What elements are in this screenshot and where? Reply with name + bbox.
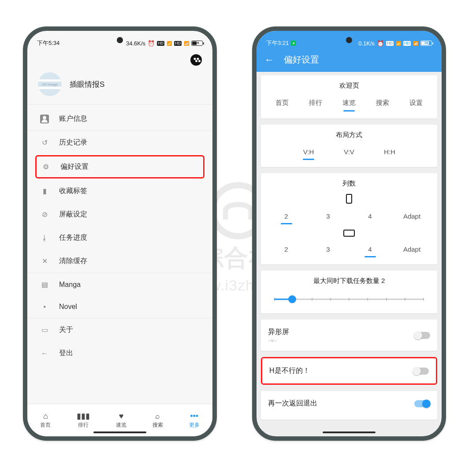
nav-label: 搜索 <box>152 421 163 429</box>
status-time: 下午5:34 <box>37 39 60 47</box>
cols-land-4[interactable]: 4 <box>360 243 381 257</box>
card-title: 布局方式 <box>265 131 433 139</box>
menu-label: 历史记录 <box>59 138 87 147</box>
nav-search[interactable]: ⌕ 搜索 <box>152 412 163 429</box>
cols-portrait-adapt[interactable]: Adapt <box>402 210 423 223</box>
hd-badge-icon: HD <box>157 41 164 46</box>
user-icon <box>40 115 49 123</box>
menu-label: 清除缓存 <box>59 257 87 266</box>
layout-opt-vh[interactable]: V:H <box>298 145 319 159</box>
slider-thumb[interactable] <box>288 295 296 303</box>
close-icon: ✕ <box>40 257 49 265</box>
menu-label: 关于 <box>59 325 73 335</box>
welcome-page-card: 欢迎页 首页 排行 速览 搜索 设置 <box>261 75 437 119</box>
settings-scroll[interactable]: 欢迎页 首页 排行 速览 搜索 设置 布局方式 V:H V:V H:H 列数 <box>257 72 442 420</box>
signal-icon: 📶 <box>413 41 418 46</box>
cols-portrait-3[interactable]: 3 <box>318 210 339 223</box>
card-title: 欢迎页 <box>265 82 433 90</box>
nav-more[interactable]: ••• 更多 <box>189 412 200 429</box>
history-icon: ↺ <box>40 138 49 147</box>
status-speed: 0.1K/s <box>358 40 375 47</box>
cols-portrait-2[interactable]: 2 <box>276 210 297 223</box>
welcome-opt-browse[interactable]: 速览 <box>338 96 360 111</box>
cols-portrait-4[interactable]: 4 <box>360 210 381 223</box>
columns-card: 列数 2 3 4 Adapt 2 3 4 Adapt <box>261 173 437 264</box>
signal-icon: 📶 <box>396 41 401 46</box>
switch-icon[interactable] <box>413 368 429 375</box>
toggle-label: 再一次返回退出 <box>268 399 317 408</box>
download-slider[interactable] <box>274 294 424 305</box>
welcome-opt-settings[interactable]: 设置 <box>405 96 427 111</box>
alarm-icon: ⏰ <box>377 40 384 47</box>
novel-icon: ▪ <box>40 303 49 311</box>
arrow-left-icon: ← <box>40 350 49 357</box>
status-speed: 34.6K/s <box>126 40 145 47</box>
card-title: 最大同时下载任务数量 2 <box>265 277 433 285</box>
menu-about[interactable]: ▭ 关于 <box>27 318 212 342</box>
signal-icon: 📶 <box>167 41 172 46</box>
menu-label: 屏蔽设定 <box>59 210 87 219</box>
toggle-label: H是不行的！ <box>269 366 310 376</box>
phone-left: 下午5:34 34.6K/s ⏰ HD 📶 HD 📶 45 nO image 插… <box>23 26 217 441</box>
wechat-icon: ✦ <box>291 41 296 46</box>
menu-bookmarks[interactable]: ▮ 收藏标签 <box>27 179 212 203</box>
cols-land-2[interactable]: 2 <box>276 243 297 257</box>
highlight-h-toggle: H是不行的！ <box>261 357 437 385</box>
nav-home[interactable]: ⌂ 首页 <box>40 412 51 429</box>
menu-account[interactable]: 账户信息 <box>27 107 212 131</box>
app-header <box>27 49 212 71</box>
layout-opt-vv[interactable]: V:V <box>338 145 360 159</box>
signal-icon: 📶 <box>184 41 189 46</box>
phone-right: 下午3:21 ✦ 0.1K/s ⏰ HD 📶 HD 📶 76 ← 偏好设置 <box>252 26 446 441</box>
theme-palette-icon[interactable] <box>190 54 202 66</box>
home-icon: ⌂ <box>43 412 48 420</box>
status-time: 下午3:21 <box>266 39 289 47</box>
welcome-opt-search[interactable]: 搜索 <box>372 96 393 111</box>
bottom-nav: ⌂ 首页 ▮▮▮ 排行 ♥ 速览 ⌕ 搜索 ••• 更多 <box>27 404 212 436</box>
chat-icon: ▭ <box>40 326 49 334</box>
toggle-back-exit[interactable]: 再一次返回退出 <box>261 391 437 420</box>
menu-tasks[interactable]: ⭳ 任务进度 <box>27 226 212 249</box>
nav-rank[interactable]: ▮▮▮ 排行 <box>77 412 90 429</box>
menu-block[interactable]: ⊘ 屏蔽设定 <box>27 203 212 226</box>
manga-icon: ▤ <box>40 280 49 289</box>
cols-land-3[interactable]: 3 <box>318 243 339 257</box>
welcome-opt-rank[interactable]: 排行 <box>305 96 326 111</box>
menu-list: 账户信息 ↺ 历史记录 ⚙ 偏好设置 ▮ 收藏标签 ⊘ 屏蔽设定 ⭳ <box>27 104 212 365</box>
chart-icon: ▮▮▮ <box>77 412 90 420</box>
battery-icon: 45 <box>191 41 203 46</box>
nav-label: 排行 <box>78 421 89 429</box>
back-arrow-icon[interactable]: ← <box>264 54 274 66</box>
switch-icon[interactable] <box>414 332 430 339</box>
menu-label: Manga <box>59 281 81 289</box>
welcome-opt-home[interactable]: 首页 <box>271 96 293 111</box>
camera-cutout <box>346 37 352 43</box>
heart-icon: ♥ <box>119 412 124 420</box>
nav-browse[interactable]: ♥ 速览 <box>116 412 126 429</box>
menu-label: 任务进度 <box>59 233 87 242</box>
gear-icon: ⚙ <box>41 163 51 171</box>
menu-manga[interactable]: ▤ Manga <box>27 273 212 296</box>
block-icon: ⊘ <box>40 210 49 219</box>
menu-preferences[interactable]: ⚙ 偏好设置 <box>37 156 203 177</box>
switch-icon[interactable] <box>414 400 430 407</box>
page-title: 偏好设置 <box>284 54 319 66</box>
menu-novel[interactable]: ▪ Novel <box>27 296 212 318</box>
toggle-h[interactable]: H是不行的！ <box>262 358 436 383</box>
home-indicator[interactable] <box>93 431 146 433</box>
cols-land-adapt[interactable]: Adapt <box>402 243 423 257</box>
layout-opt-hh[interactable]: H:H <box>379 145 400 159</box>
menu-logout[interactable]: ← 登出 <box>27 342 212 365</box>
profile-row[interactable]: nO image 插眼情报S <box>27 71 212 104</box>
toggle-notch[interactable]: 异形屏 --v-- <box>261 320 437 351</box>
card-title: 列数 <box>265 179 433 188</box>
profile-name: 插眼情报S <box>70 79 104 89</box>
download-card: 最大同时下载任务数量 2 <box>261 271 437 313</box>
menu-label: Novel <box>59 303 77 311</box>
camera-cutout <box>117 37 123 43</box>
home-indicator[interactable] <box>323 431 376 433</box>
nav-label: 速览 <box>116 421 126 429</box>
highlight-preferences: ⚙ 偏好设置 <box>35 155 205 178</box>
menu-history[interactable]: ↺ 历史记录 <box>27 131 212 154</box>
menu-clear-cache[interactable]: ✕ 清除缓存 <box>27 249 212 273</box>
